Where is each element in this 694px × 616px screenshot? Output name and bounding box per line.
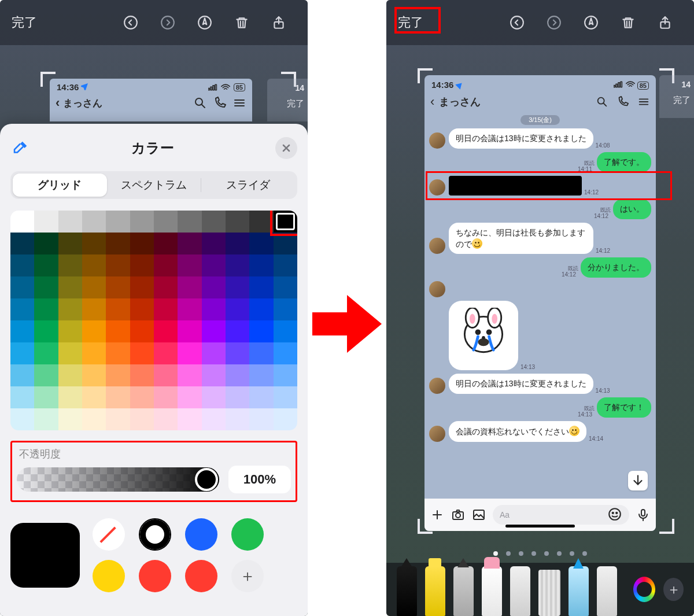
color-swatch[interactable] [82, 320, 106, 342]
message-input[interactable]: Aa [493, 505, 629, 525]
color-swatch[interactable] [130, 364, 154, 386]
trash-icon[interactable] [229, 10, 254, 35]
color-swatch[interactable] [178, 298, 201, 320]
color-swatch[interactable] [249, 386, 273, 408]
opacity-slider[interactable] [17, 467, 219, 492]
call-icon[interactable] [213, 96, 227, 110]
ruler-tool[interactable] [538, 570, 560, 616]
color-swatch[interactable] [82, 364, 106, 386]
color-swatch[interactable] [226, 408, 249, 430]
preset-selected[interactable] [139, 518, 171, 551]
color-swatch[interactable] [106, 298, 130, 320]
color-swatch[interactable] [202, 408, 226, 430]
color-swatch[interactable] [106, 233, 130, 254]
color-swatch[interactable] [82, 233, 106, 254]
tab-grid[interactable]: グリッド [13, 174, 107, 197]
color-swatch[interactable] [274, 254, 297, 276]
color-swatch[interactable] [202, 233, 226, 254]
color-swatch[interactable] [154, 276, 178, 298]
color-swatch[interactable] [226, 364, 249, 386]
color-swatch[interactable] [274, 408, 297, 430]
color-swatch[interactable] [10, 233, 34, 254]
color-swatch[interactable] [58, 254, 82, 276]
color-swatch[interactable] [226, 342, 249, 364]
color-swatch[interactable] [226, 254, 249, 276]
color-swatch[interactable] [82, 342, 106, 364]
color-swatch[interactable] [178, 233, 201, 254]
share-icon[interactable] [652, 10, 678, 35]
color-swatch[interactable] [34, 254, 58, 276]
color-swatch[interactable] [202, 364, 226, 386]
pen-tool[interactable] [397, 566, 417, 616]
marker-tool[interactable] [425, 566, 445, 616]
color-swatch[interactable] [274, 233, 297, 254]
color-swatch[interactable] [274, 276, 297, 298]
brush-tool[interactable] [569, 566, 589, 616]
color-swatch[interactable] [82, 211, 106, 233]
color-swatch[interactable] [226, 276, 249, 298]
color-swatch[interactable] [130, 386, 154, 408]
color-swatch[interactable] [106, 254, 130, 276]
color-swatch[interactable] [249, 211, 273, 233]
gallery-icon[interactable] [472, 508, 486, 522]
color-swatch[interactable] [82, 298, 106, 320]
color-swatch[interactable] [82, 254, 106, 276]
add-shape-button[interactable]: ＋ [663, 578, 684, 601]
color-swatch[interactable] [202, 386, 226, 408]
preset-color[interactable] [185, 518, 217, 551]
color-swatch[interactable] [106, 364, 130, 386]
color-swatch[interactable] [154, 320, 178, 342]
color-swatch[interactable] [226, 298, 249, 320]
trash-icon[interactable] [615, 10, 641, 35]
color-swatch[interactable] [106, 386, 130, 408]
emoji-icon[interactable] [607, 507, 622, 523]
color-swatch[interactable] [106, 320, 130, 342]
color-swatch[interactable] [34, 298, 58, 320]
color-swatch[interactable] [82, 276, 106, 298]
color-swatch[interactable] [106, 211, 130, 233]
color-mode-segmented[interactable]: グリッド スペクトラム スライダ [10, 171, 297, 199]
color-swatch[interactable] [274, 211, 297, 233]
color-swatch[interactable] [178, 364, 201, 386]
color-swatch[interactable] [178, 276, 201, 298]
color-swatch[interactable] [274, 320, 297, 342]
color-swatch[interactable] [274, 298, 297, 320]
color-swatch[interactable] [154, 298, 178, 320]
color-swatch[interactable] [178, 254, 201, 276]
color-swatch[interactable] [82, 408, 106, 430]
color-swatch[interactable] [154, 233, 178, 254]
color-swatch[interactable] [274, 342, 297, 364]
color-swatch[interactable] [130, 233, 154, 254]
color-swatch[interactable] [226, 211, 249, 233]
color-swatch[interactable] [130, 320, 154, 342]
color-swatch[interactable] [178, 408, 201, 430]
lasso-tool[interactable] [510, 566, 530, 616]
color-swatch[interactable] [58, 298, 82, 320]
color-swatch[interactable] [249, 364, 273, 386]
color-swatch[interactable] [106, 342, 130, 364]
scroll-to-bottom-button[interactable] [628, 471, 648, 490]
plus-icon[interactable] [430, 508, 444, 522]
color-swatch[interactable] [130, 408, 154, 430]
color-swatch[interactable] [249, 320, 273, 342]
back-icon[interactable]: ‹ [430, 94, 434, 109]
color-swatch[interactable] [154, 364, 178, 386]
color-swatch[interactable] [130, 298, 154, 320]
color-swatch[interactable] [10, 364, 34, 386]
color-swatch[interactable] [226, 233, 249, 254]
back-icon[interactable]: ‹ [56, 95, 60, 110]
color-swatch[interactable] [34, 408, 58, 430]
color-swatch[interactable] [58, 320, 82, 342]
color-swatch[interactable] [202, 320, 226, 342]
color-swatch[interactable] [58, 408, 82, 430]
color-swatch[interactable] [106, 408, 130, 430]
menu-icon[interactable] [232, 96, 246, 110]
preset-color[interactable] [185, 560, 217, 592]
share-icon[interactable] [266, 10, 291, 35]
color-swatch[interactable] [10, 408, 34, 430]
color-swatch[interactable] [58, 386, 82, 408]
color-swatch[interactable] [58, 342, 82, 364]
preset-color[interactable] [231, 518, 264, 551]
markup-tip-icon[interactable] [192, 10, 217, 35]
fine-pen-tool[interactable] [597, 566, 617, 616]
